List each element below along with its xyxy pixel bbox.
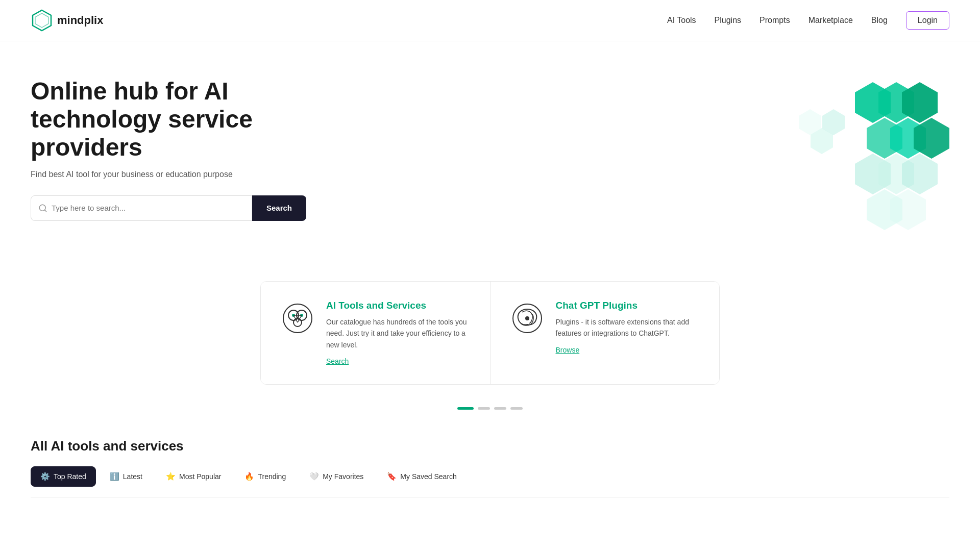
search-bar: Search bbox=[31, 195, 306, 221]
feature-card-gpt-plugins: Chat GPT Plugins Plugins - it is softwar… bbox=[490, 282, 720, 384]
hero-subtitle: Find best AI tool for your business or e… bbox=[31, 170, 347, 179]
feature-card-gpt-plugins-title: Chat GPT Plugins bbox=[556, 300, 701, 311]
feature-card-ai-tools: AI Tools and Services Our catalogue has … bbox=[261, 282, 490, 384]
hero-content: Online hub for AI technology service pro… bbox=[31, 77, 347, 221]
tab-my-saved-search-label: My Saved Search bbox=[400, 472, 457, 481]
hero-title: Online hub for AI technology service pro… bbox=[31, 77, 347, 162]
svg-line-3 bbox=[44, 210, 46, 211]
tab-latest[interactable]: ℹ️ Latest bbox=[100, 466, 152, 487]
tab-trending[interactable]: 🔥 Trending bbox=[235, 466, 296, 487]
nav-links: AI Tools Plugins Prompts Marketplace Blo… bbox=[667, 11, 949, 30]
search-input-wrap bbox=[31, 195, 252, 221]
feature-card-ai-tools-title: AI Tools and Services bbox=[326, 300, 472, 311]
carousel-dot-3[interactable] bbox=[494, 407, 506, 410]
nav-ai-tools[interactable]: AI Tools bbox=[667, 16, 696, 25]
logo-text: mindplix bbox=[57, 14, 103, 27]
ai-tools-icon bbox=[279, 300, 316, 337]
tools-section-title: All AI tools and services bbox=[31, 438, 949, 454]
features-section: AI Tools and Services Our catalogue has … bbox=[0, 261, 980, 395]
feature-card-ai-tools-link[interactable]: Search bbox=[326, 357, 349, 365]
saved-search-icon: 🔖 bbox=[387, 472, 397, 481]
tools-divider bbox=[31, 497, 949, 497]
top-rated-icon: ⚙️ bbox=[40, 472, 50, 481]
favorites-icon: 🤍 bbox=[309, 472, 319, 481]
tab-most-popular[interactable]: ⭐ Most Popular bbox=[156, 466, 231, 487]
tab-trending-label: Trending bbox=[258, 472, 286, 481]
hero-section: Online hub for AI technology service pro… bbox=[0, 41, 980, 261]
tab-my-favorites[interactable]: 🤍 My Favorites bbox=[300, 466, 373, 487]
feature-card-gpt-plugins-body: Chat GPT Plugins Plugins - it is softwar… bbox=[556, 300, 701, 355]
nav-blog[interactable]: Blog bbox=[871, 16, 888, 25]
logo[interactable]: mindplix bbox=[31, 9, 103, 32]
nav-prompts[interactable]: Prompts bbox=[760, 16, 790, 25]
svg-marker-9 bbox=[914, 118, 949, 159]
svg-marker-14 bbox=[890, 189, 926, 230]
most-popular-icon: ⭐ bbox=[166, 472, 176, 481]
carousel-dot-4[interactable] bbox=[510, 407, 523, 410]
logo-icon bbox=[31, 9, 53, 32]
nav-marketplace[interactable]: Marketplace bbox=[808, 16, 853, 25]
feature-card-gpt-plugins-desc: Plugins - it is software extensions that… bbox=[556, 316, 701, 339]
svg-point-28 bbox=[525, 316, 529, 320]
login-button[interactable]: Login bbox=[906, 11, 949, 30]
tab-my-favorites-label: My Favorites bbox=[323, 472, 363, 481]
hero-visual bbox=[715, 77, 949, 240]
latest-icon: ℹ️ bbox=[110, 472, 119, 481]
search-input[interactable] bbox=[52, 204, 244, 212]
tab-top-rated-label: Top Rated bbox=[54, 472, 86, 481]
tools-tabs: ⚙️ Top Rated ℹ️ Latest ⭐ Most Popular 🔥 … bbox=[31, 466, 949, 487]
tab-top-rated[interactable]: ⚙️ Top Rated bbox=[31, 466, 96, 487]
svg-marker-1 bbox=[35, 13, 48, 28]
carousel-dot-1[interactable] bbox=[457, 407, 474, 410]
hero-hex-svg bbox=[715, 77, 949, 251]
navbar: mindplix AI Tools Plugins Prompts Market… bbox=[0, 0, 980, 41]
search-icon bbox=[38, 204, 47, 213]
nav-plugins[interactable]: Plugins bbox=[715, 16, 741, 25]
tab-latest-label: Latest bbox=[123, 472, 142, 481]
svg-marker-6 bbox=[902, 82, 938, 123]
carousel-dot-2[interactable] bbox=[478, 407, 490, 410]
features-card-wrap: AI Tools and Services Our catalogue has … bbox=[260, 281, 720, 385]
tools-section: All AI tools and services ⚙️ Top Rated ℹ… bbox=[0, 428, 980, 518]
gpt-plugins-icon bbox=[509, 300, 546, 337]
feature-card-ai-tools-body: AI Tools and Services Our catalogue has … bbox=[326, 300, 472, 366]
tab-my-saved-search[interactable]: 🔖 My Saved Search bbox=[377, 466, 467, 487]
svg-marker-12 bbox=[902, 154, 938, 194]
search-button[interactable]: Search bbox=[252, 195, 306, 221]
feature-card-gpt-plugins-link[interactable]: Browse bbox=[556, 346, 580, 354]
carousel-dots bbox=[0, 395, 980, 428]
feature-card-ai-tools-desc: Our catalogue has hundreds of the tools … bbox=[326, 316, 472, 350]
trending-icon: 🔥 bbox=[244, 472, 254, 481]
tab-most-popular-label: Most Popular bbox=[179, 472, 221, 481]
